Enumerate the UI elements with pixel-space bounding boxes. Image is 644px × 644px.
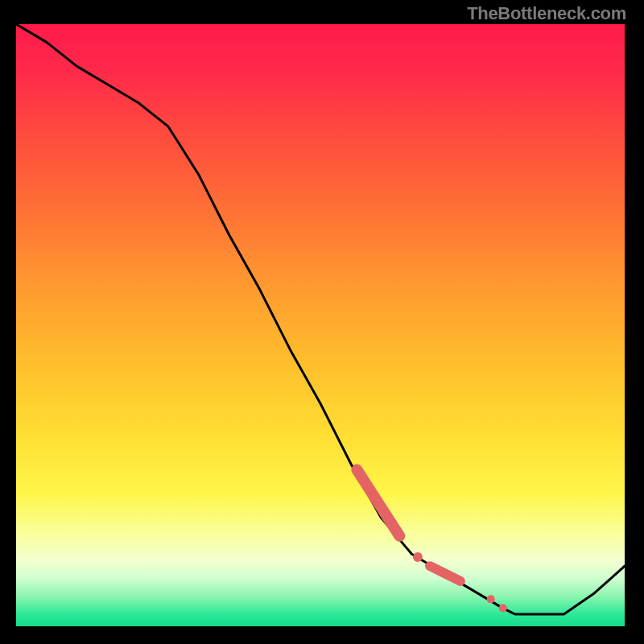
watermark-label: TheBottleneck.com <box>467 3 626 24</box>
plot-frame <box>16 24 625 626</box>
plot-svg <box>16 24 625 626</box>
marker-dot-d <box>487 595 495 603</box>
heat-background <box>16 24 625 626</box>
marker-dot-e <box>499 605 507 613</box>
marker-dot-b <box>413 552 423 562</box>
chart-stage: TheBottleneck.com <box>0 0 644 644</box>
